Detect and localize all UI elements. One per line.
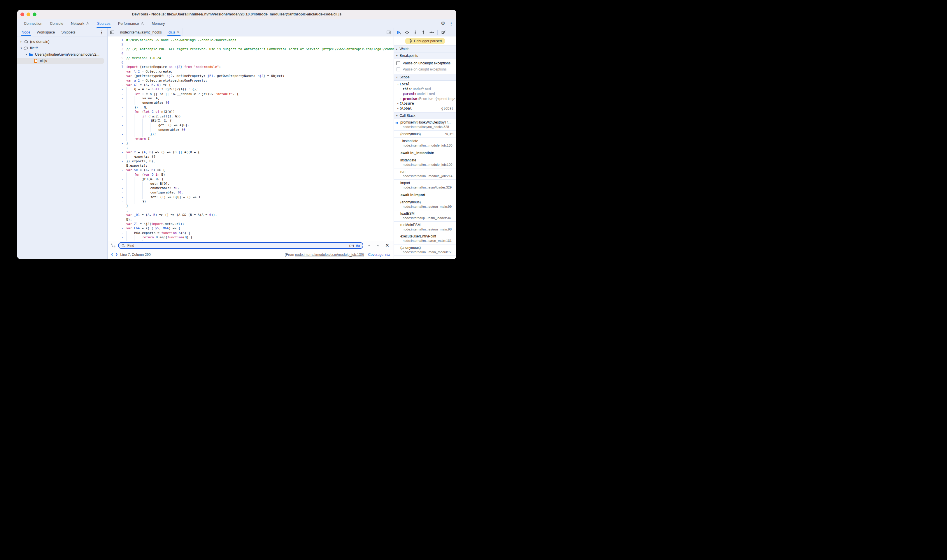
line-number[interactable]: - [108, 83, 126, 87]
find-previous-icon[interactable] [366, 243, 372, 248]
tab-sources[interactable]: Sources [93, 19, 114, 28]
from-location-link[interactable]: node:internal/modules/esm/module_job:130 [295, 252, 363, 257]
checkbox[interactable] [396, 67, 400, 71]
line-number[interactable]: - [108, 204, 126, 208]
line-number[interactable]: - [108, 195, 126, 199]
line-number[interactable]: - [108, 217, 126, 222]
replace-toggle-icon[interactable]: A↳B [111, 243, 116, 248]
pretty-print-icon[interactable]: { } [111, 252, 118, 257]
line-number[interactable]: 2 [108, 42, 126, 47]
line-number[interactable]: 5 [108, 56, 126, 60]
find-next-icon[interactable] [375, 243, 381, 248]
resume-button[interactable] [396, 30, 401, 35]
line-number[interactable]: - [108, 132, 126, 136]
line-number[interactable]: - [108, 222, 126, 226]
line-number[interactable]: - [108, 74, 126, 78]
stack-frame[interactable]: importnode:internal/m...esm/loader:329 [394, 180, 456, 191]
line-number[interactable]: - [108, 123, 126, 127]
line-number[interactable]: - [108, 182, 126, 186]
line-number[interactable]: - [108, 128, 126, 132]
line-number[interactable]: - [108, 69, 126, 74]
step-button[interactable] [429, 30, 434, 35]
find-input[interactable] [127, 243, 347, 248]
line-number[interactable]: 1 [108, 38, 126, 42]
sidebar-more-options-icon[interactable]: ⋮ [97, 28, 106, 36]
scope-group-closure[interactable]: ▸Closure [394, 101, 456, 106]
checkbox[interactable] [396, 61, 400, 65]
line-number[interactable]: 3 [108, 47, 126, 51]
line-number[interactable]: - [108, 199, 126, 204]
stack-frame[interactable]: (anonymous)node:internal/m...main_module… [394, 245, 456, 256]
settings-gear-icon[interactable]: ⚙ [441, 21, 445, 26]
scope-property-promise[interactable]: ▸promise: Promise {<pending>} [394, 97, 456, 102]
stack-frame[interactable]: runnode:internal/m...module_job:214 [394, 168, 456, 180]
sidebar-tab-node[interactable]: Node [19, 28, 34, 36]
line-number[interactable]: - [108, 190, 126, 195]
stack-frame[interactable]: _instantiatenode:internal/m...module_job… [394, 138, 456, 149]
tree-item-file-[interactable]: ▾file:// [17, 45, 107, 51]
show-debugger-panel-icon[interactable] [386, 30, 391, 35]
scope-property-this[interactable]: this: undefined [394, 87, 456, 92]
close-window-button[interactable] [20, 12, 24, 16]
line-number[interactable]: - [108, 163, 126, 168]
breakpoints-section-header[interactable]: ▾ Breakpoints [394, 52, 456, 59]
line-number[interactable]: 4 [108, 51, 126, 55]
line-number[interactable]: - [108, 159, 126, 163]
editor-tab-cli-js[interactable]: cli.js× [165, 28, 183, 36]
line-number[interactable]: - [108, 150, 126, 154]
regex-toggle[interactable]: (.*) [349, 244, 354, 248]
tab-connection[interactable]: Connection [20, 19, 46, 28]
scope-property-parent[interactable]: parent: undefined [394, 91, 456, 97]
line-number[interactable]: - [108, 213, 126, 217]
line-number[interactable]: - [108, 100, 126, 105]
close-find-icon[interactable]: ✕ [384, 243, 390, 248]
line-number[interactable]: - [108, 145, 126, 150]
more-options-icon[interactable]: ⋮ [449, 21, 453, 26]
line-number[interactable]: - [108, 96, 126, 100]
match-case-toggle[interactable]: Aa [356, 244, 360, 248]
zoom-window-button[interactable] [32, 12, 37, 16]
code-editor[interactable]: 1#!/usr/bin/env -S node --no-warnings --… [108, 37, 393, 241]
watch-section-header[interactable]: ▸ Watch [394, 45, 456, 52]
tab-network[interactable]: Network [67, 19, 93, 28]
line-number[interactable]: - [108, 118, 126, 123]
line-number[interactable]: - [108, 114, 126, 118]
stack-frame[interactable]: (anonymous)node:internal/m...es/run_main… [394, 199, 456, 210]
tree-item-users-jinhuilee-nvm-versions-node-v2-[interactable]: ▾Users/jinhuilee/.nvm/versions/node/v2..… [17, 51, 107, 58]
line-number[interactable]: 7 [108, 65, 126, 69]
line-number[interactable]: - [108, 141, 126, 145]
line-number[interactable]: - [108, 137, 126, 141]
step-out-button[interactable] [421, 30, 426, 35]
line-number[interactable]: - [108, 168, 126, 172]
tab-performance[interactable]: Performance [114, 19, 148, 28]
coverage-link[interactable]: Coverage: n/a [368, 252, 390, 257]
line-number[interactable]: - [108, 105, 126, 109]
line-number[interactable]: - [108, 87, 126, 91]
hide-navigator-icon[interactable] [108, 28, 117, 36]
line-number[interactable]: - [108, 154, 126, 159]
call-stack-section-header[interactable]: ▾ Call Stack [394, 112, 456, 119]
stack-frame[interactable]: promiseInitHookWithDestroyTr...node:inte… [394, 119, 456, 131]
line-number[interactable]: - [108, 177, 126, 181]
line-number[interactable]: 6 [108, 60, 126, 65]
line-number[interactable]: - [108, 109, 126, 114]
scope-group-global[interactable]: ▸Globalglobal [394, 106, 456, 111]
line-number[interactable]: - [108, 78, 126, 83]
stack-frame[interactable]: runMainESMnode:internal/m...es/run_main:… [394, 222, 456, 233]
stack-frame[interactable]: executeUserEntryPointnode:internal/m...s… [394, 233, 456, 245]
tree-item--no-domain-[interactable]: ▸(no domain) [17, 38, 107, 45]
line-number[interactable]: - [108, 208, 126, 213]
scope-section-header[interactable]: ▾ Scope [394, 74, 456, 81]
line-number[interactable]: - [108, 226, 126, 231]
close-tab-icon[interactable]: × [177, 30, 179, 34]
line-number[interactable]: - [108, 235, 126, 240]
tab-memory[interactable]: Memory [148, 19, 168, 28]
stack-frame[interactable]: (anonymous)cli.js:1 [394, 131, 456, 138]
line-number[interactable]: - [108, 186, 126, 190]
line-number[interactable]: - [108, 172, 126, 177]
step-over-button[interactable] [405, 30, 409, 35]
stack-frame[interactable]: instantiatenode:internal/m...module_job:… [394, 157, 456, 168]
sidebar-tab-snippets[interactable]: Snippets [58, 28, 79, 36]
step-into-button[interactable] [413, 30, 418, 35]
minimize-window-button[interactable] [26, 12, 30, 16]
